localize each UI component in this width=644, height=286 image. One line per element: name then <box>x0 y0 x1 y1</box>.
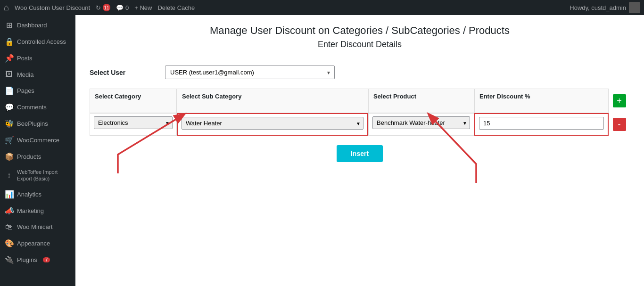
sidebar-item-posts[interactable]: 📌 Posts <box>0 50 75 66</box>
sidebar-item-plugins[interactable]: 🔌 Plugins 7 <box>0 252 75 268</box>
main-content: Manage User Discount on Categories / Sub… <box>75 15 644 286</box>
howdy-text: Howdy, custd_admin <box>570 2 640 13</box>
sidebar-item-beeplugins[interactable]: 🐝 BeePlugins <box>0 115 75 132</box>
plugins-badge: 7 <box>43 257 50 262</box>
insert-row: Insert <box>90 145 630 162</box>
sidebar-item-media[interactable]: 🖼 Media <box>0 66 75 82</box>
delete-cache-button[interactable]: Delete Cache <box>157 4 195 11</box>
updates-icon: ↻ <box>96 4 101 11</box>
sidebar-item-dashboard[interactable]: ⊞ Dashboard <box>0 17 75 33</box>
actions-header: + <box>609 89 630 113</box>
sidebar-label-marketing: Marketing <box>17 207 44 214</box>
subcategory-cell: Water Heater ▼ <box>177 113 368 136</box>
user-dropdown[interactable]: USER (test.user1@gmail.com) <box>165 65 335 79</box>
sidebar-item-marketing[interactable]: 📣 Marketing <box>0 203 75 219</box>
subcategory-header: Select Sub Category <box>177 89 368 113</box>
media-icon: 🖼 <box>5 70 13 79</box>
sidebar-label-woocommerce: WooCommerce <box>17 137 59 144</box>
sidebar-item-analytics[interactable]: 📊 Analytics <box>0 186 75 203</box>
marketing-icon: 📣 <box>5 206 13 215</box>
select-user-row: Select User USER (test.user1@gmail.com) … <box>90 65 630 79</box>
site-name[interactable]: Woo Custom User Discount <box>15 4 90 11</box>
sidebar-item-webtoffee[interactable]: ↕ WebToffee Import Export (Basic) <box>0 165 75 186</box>
discount-table: Select Category Select Sub Category Sele… <box>90 89 630 162</box>
wp-logo-icon[interactable]: ⌂ <box>4 3 9 13</box>
sidebar-label-webtoffee: WebToffee Import Export (Basic) <box>17 169 71 182</box>
sidebar-label-comments: Comments <box>17 104 47 111</box>
sidebar-label-analytics: Analytics <box>17 191 41 198</box>
posts-icon: 📌 <box>5 54 13 63</box>
discount-cell <box>474 113 609 136</box>
sidebar-label-plugins: Plugins <box>17 256 37 263</box>
product-dropdown[interactable]: Benchmark Water-heater <box>372 116 470 129</box>
category-cell: Electronics ▼ <box>90 113 177 136</box>
minicart-icon: 🛍 <box>5 223 13 231</box>
sidebar-item-products[interactable]: 📦 Products <box>0 148 75 165</box>
sidebar-label-controlled-access: Controlled Access <box>17 38 66 45</box>
comments-item[interactable]: 💬 0 <box>116 4 129 11</box>
plugins-icon: 🔌 <box>5 255 13 264</box>
row-actions-cell: - <box>609 113 630 136</box>
webtoffee-icon: ↕ <box>5 171 13 180</box>
discount-header: Enter Discount % <box>474 89 609 113</box>
page-sub-title: Enter Discount Details <box>90 40 630 49</box>
sidebar-label-appearance: Appearance <box>17 240 50 247</box>
top-bar: ⌂ Woo Custom User Discount ↻ 11 💬 0 + Ne… <box>0 0 644 15</box>
sidebar-label-posts: Posts <box>17 55 33 62</box>
beeplugins-icon: 🐝 <box>5 119 13 128</box>
table-headers: Select Category Select Sub Category Sele… <box>90 89 630 113</box>
category-dropdown-wrap: Electronics ▼ <box>94 116 173 129</box>
analytics-icon: 📊 <box>5 190 13 199</box>
dashboard-icon: ⊞ <box>5 21 13 30</box>
woocommerce-icon: 🛒 <box>5 136 13 145</box>
comments-icon: 💬 <box>116 4 124 11</box>
user-avatar <box>629 2 640 13</box>
user-dropdown-wrap: USER (test.user1@gmail.com) ▼ <box>165 65 335 79</box>
sidebar-label-beeplugins: BeePlugins <box>17 120 48 127</box>
sidebar-item-comments[interactable]: 💬 Comments <box>0 99 75 115</box>
sidebar-item-appearance[interactable]: 🎨 Appearance <box>0 235 75 252</box>
new-button[interactable]: + New <box>134 4 152 11</box>
sidebar-item-pages[interactable]: 📄 Pages <box>0 82 75 99</box>
subcategory-dropdown[interactable]: Water Heater <box>182 117 363 130</box>
subcategory-dropdown-wrap: Water Heater ▼ <box>182 117 363 130</box>
sidebar-item-woo-minicart[interactable]: 🛍 Woo Minicart <box>0 219 75 235</box>
appearance-icon: 🎨 <box>5 239 13 248</box>
sidebar-item-woocommerce[interactable]: 🛒 WooCommerce <box>0 132 75 148</box>
category-header: Select Category <box>90 89 177 113</box>
sidebar-label-pages: Pages <box>17 87 34 94</box>
sidebar-label-media: Media <box>17 71 33 78</box>
product-cell: Benchmark Water-heater ▼ <box>368 113 474 136</box>
sidebar: ⊞ Dashboard 🔒 Controlled Access 📌 Posts … <box>0 15 75 286</box>
add-row-button[interactable]: + <box>613 94 626 107</box>
sidebar-label-woo-minicart: Woo Minicart <box>17 223 53 230</box>
product-header: Select Product <box>368 89 474 113</box>
insert-button[interactable]: Insert <box>337 145 383 162</box>
sidebar-item-controlled-access[interactable]: 🔒 Controlled Access <box>0 33 75 50</box>
updates-badge: 11 <box>103 4 110 11</box>
pages-icon: 📄 <box>5 86 13 95</box>
lock-icon: 🔒 <box>5 37 13 46</box>
sidebar-label-products: Products <box>17 153 41 160</box>
comments-sidebar-icon: 💬 <box>5 103 13 112</box>
product-dropdown-wrap: Benchmark Water-heater ▼ <box>372 116 470 129</box>
updates-item[interactable]: ↻ 11 <box>96 4 110 11</box>
discount-form: Select User USER (test.user1@gmail.com) … <box>90 61 630 167</box>
sidebar-label-dashboard: Dashboard <box>17 22 47 29</box>
remove-row-button[interactable]: - <box>613 118 626 131</box>
category-dropdown[interactable]: Electronics <box>94 116 173 129</box>
discount-input[interactable] <box>479 117 604 130</box>
select-user-label: Select User <box>90 69 156 76</box>
page-main-title: Manage User Discount on Categories / Sub… <box>90 25 630 37</box>
products-icon: 📦 <box>5 152 13 161</box>
table-row: Electronics ▼ Water Heater ▼ <box>90 113 630 136</box>
